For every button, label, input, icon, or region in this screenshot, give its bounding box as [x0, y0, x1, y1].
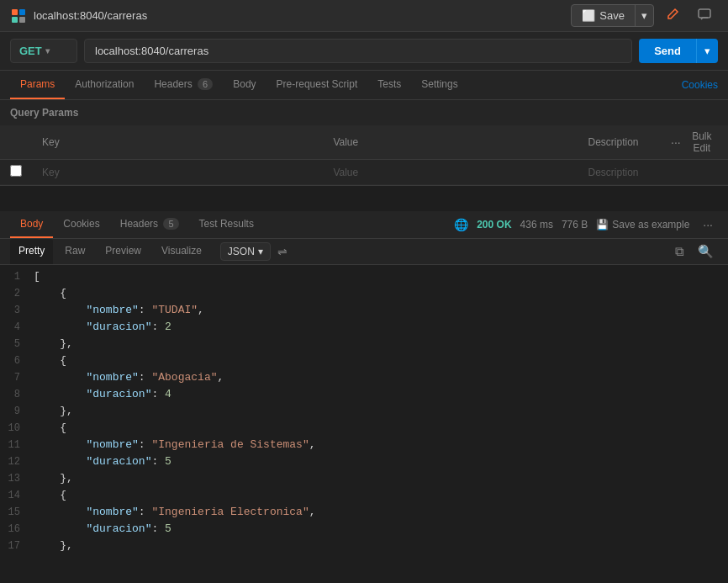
more-params-icon: ··· — [671, 135, 681, 149]
response-status-area: 🌐 200 OK 436 ms 776 B 💾 Save as example … — [454, 216, 718, 233]
request-tabs: Params Authorization Headers 6 Body Pre-… — [0, 71, 728, 100]
line-content-5: }, — [34, 336, 728, 352]
param-value-cell[interactable]: Value — [323, 160, 578, 185]
tab-prerequest[interactable]: Pre-request Script — [266, 71, 368, 99]
tab-settings[interactable]: Settings — [411, 71, 467, 99]
params-col-desc: Description — [578, 125, 661, 160]
save-button-group[interactable]: ⬜ Save ▾ — [571, 4, 654, 27]
table-row: Key Value Description — [0, 160, 728, 185]
line-num-9: 9 — [0, 403, 34, 420]
code-line-2: 2 { — [0, 285, 728, 302]
line-num-3: 3 — [0, 302, 34, 319]
code-line-13: 13 }, — [0, 470, 728, 487]
more-response-button[interactable]: ··· — [698, 216, 718, 233]
edit-button[interactable] — [659, 3, 686, 28]
json-format-chevron-icon: ▾ — [258, 246, 263, 257]
svg-rect-0 — [12, 9, 18, 15]
code-view: 1 [ 2 { 3 "nombre": "TUDAI", 4 "duracion… — [0, 265, 728, 558]
response-headers-badge: 5 — [163, 218, 178, 230]
line-content-4: "duracion": 2 — [34, 319, 728, 336]
method-select[interactable]: GET ▾ — [10, 39, 77, 63]
response-time: 436 ms — [520, 219, 553, 231]
comment-button[interactable] — [691, 3, 718, 28]
line-num-5: 5 — [0, 336, 34, 352]
line-num-1: 1 — [0, 268, 34, 285]
search-button[interactable]: 🔍 — [694, 241, 718, 262]
line-num-13: 13 — [0, 470, 34, 487]
code-line-7: 7 "nombre": "Abogacia", — [0, 369, 728, 386]
view-tab-raw[interactable]: Raw — [56, 239, 93, 264]
view-tab-visualize[interactable]: Visualize — [153, 239, 210, 264]
tab-params[interactable]: Params — [10, 71, 65, 99]
line-content-1: [ — [34, 268, 728, 285]
line-content-13: }, — [34, 470, 728, 487]
query-params-title: Query Params — [0, 100, 728, 125]
svg-rect-1 — [19, 9, 25, 15]
response-tab-cookies[interactable]: Cookies — [53, 211, 109, 238]
line-num-2: 2 — [0, 285, 34, 302]
send-dropdown-button[interactable]: ▾ — [696, 39, 718, 63]
copy-button[interactable]: ⧉ — [671, 241, 688, 262]
cookies-link[interactable]: Cookies — [682, 79, 718, 91]
line-num-10: 10 — [0, 420, 34, 437]
globe-icon: 🌐 — [454, 218, 468, 231]
response-tab-body[interactable]: Body — [10, 211, 53, 238]
code-line-11: 11 "nombre": "Ingenieria de Sistemas", — [0, 437, 728, 453]
line-num-8: 8 — [0, 386, 34, 403]
save-dropdown-button[interactable]: ▾ — [635, 5, 653, 26]
wrap-icon[interactable]: ⇌ — [277, 245, 288, 258]
params-col-check — [0, 125, 32, 160]
url-bar: GET ▾ Send ▾ — [0, 32, 728, 71]
tab-headers[interactable]: Headers 6 — [144, 71, 223, 99]
view-tab-pretty[interactable]: Pretty — [10, 239, 53, 264]
title-bar: localhost:8040/carreras ⬜ Save ▾ — [0, 0, 728, 32]
line-content-16: "duracion": 5 — [34, 521, 728, 538]
line-num-17: 17 — [0, 538, 34, 554]
params-table: Key Value Description ··· Bulk Edit Key … — [0, 125, 728, 185]
line-num-14: 14 — [0, 487, 34, 504]
line-num-12: 12 — [0, 453, 34, 470]
line-content-10: { — [34, 420, 728, 437]
method-label: GET — [19, 45, 42, 57]
save-example-label: Save as example — [612, 219, 689, 231]
response-tab-testresults[interactable]: Test Results — [189, 211, 264, 238]
line-content-12: "duracion": 5 — [34, 453, 728, 470]
response-size: 776 B — [562, 219, 588, 231]
code-line-14: 14 { — [0, 487, 728, 504]
title-url: localhost:8040/carreras — [34, 9, 147, 22]
code-line-15: 15 "nombre": "Ingenieria Electronica", — [0, 504, 728, 521]
code-line-6: 6 { — [0, 352, 728, 369]
line-num-16: 16 — [0, 521, 34, 538]
body-view-actions: ⧉ 🔍 — [671, 241, 718, 262]
tab-body[interactable]: Body — [223, 71, 266, 99]
save-icon: ⬜ — [582, 9, 595, 22]
headers-badge: 6 — [198, 78, 213, 90]
send-button-group[interactable]: Send ▾ — [639, 39, 718, 63]
params-col-actions: ··· Bulk Edit — [661, 125, 728, 160]
query-params-section: Query Params Key Value Description ··· B… — [0, 100, 728, 186]
code-line-17: 17 }, — [0, 538, 728, 554]
response-tab-headers[interactable]: Headers 5 — [110, 211, 189, 238]
param-checkbox[interactable] — [10, 165, 22, 177]
code-line-4: 4 "duracion": 2 — [0, 319, 728, 336]
spacer — [0, 186, 728, 211]
body-view-bar: Pretty Raw Preview Visualize JSON ▾ ⇌ ⧉ … — [0, 239, 728, 265]
line-num-6: 6 — [0, 352, 34, 369]
tab-tests[interactable]: Tests — [367, 71, 411, 99]
param-desc-cell[interactable]: Description — [578, 160, 661, 185]
param-key-cell[interactable]: Key — [32, 160, 323, 185]
tab-authorization[interactable]: Authorization — [65, 71, 144, 99]
line-content-6: { — [34, 352, 728, 369]
status-code: 200 OK — [477, 219, 511, 231]
app-icon — [10, 8, 27, 24]
svg-rect-2 — [12, 17, 18, 23]
line-num-4: 4 — [0, 319, 34, 336]
bulk-edit-button[interactable]: Bulk Edit — [686, 130, 718, 154]
url-input[interactable] — [84, 39, 632, 63]
line-content-7: "nombre": "Abogacia", — [34, 369, 728, 386]
save-example-button[interactable]: 💾 Save as example — [596, 219, 689, 231]
send-button[interactable]: Send — [639, 39, 696, 63]
save-button[interactable]: ⬜ Save — [572, 5, 635, 26]
json-format-select[interactable]: JSON ▾ — [220, 242, 271, 261]
view-tab-preview[interactable]: Preview — [97, 239, 150, 264]
